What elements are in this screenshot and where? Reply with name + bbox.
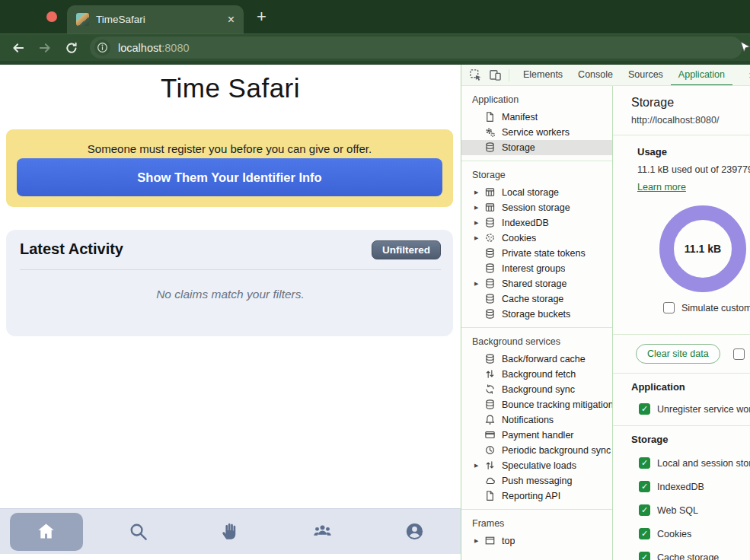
activity-divider: [20, 269, 441, 270]
sidebar-item-label: Payment handler: [502, 430, 574, 441]
new-tab-button[interactable]: +: [257, 7, 266, 27]
sidebar-item-service-workers[interactable]: Service workers: [461, 125, 612, 140]
url-text: localhost:8080: [118, 42, 190, 54]
simulate-quota-checkbox[interactable]: [663, 302, 675, 313]
learn-more-link[interactable]: Learn more: [637, 182, 686, 192]
close-window-button[interactable]: [46, 11, 57, 22]
expander-icon[interactable]: ▶: [474, 205, 484, 211]
show-identifier-button[interactable]: Show Them Your Identifier Info: [17, 158, 442, 196]
sidebar-item-shared-storage[interactable]: ▶Shared storage: [461, 276, 612, 291]
nav-people-button[interactable]: [312, 521, 333, 542]
expander-icon[interactable]: ▶: [474, 463, 484, 469]
clear-site-data-button[interactable]: Clear site data: [636, 344, 720, 364]
tab-close-icon[interactable]: ×: [228, 14, 235, 26]
back-icon[interactable]: [11, 40, 26, 56]
tab-favicon: [76, 13, 89, 26]
sidebar-item-notifications[interactable]: Notifications: [461, 412, 612, 428]
alert-message: Someone must register you before you can…: [6, 142, 453, 155]
sidebar-item-storage[interactable]: Storage: [461, 140, 612, 155]
page-content: Time Safari Someone must register you be…: [0, 65, 461, 560]
sidebar-item-label: Push messaging: [502, 476, 572, 486]
application-checkbox-unregister-service-wor[interactable]: [639, 403, 650, 415]
sidebar-item-background-fetch[interactable]: Background fetch: [461, 367, 612, 382]
devtools-tabbar: ElementsConsoleSourcesApplication »: [461, 65, 750, 86]
nav-hand-button[interactable]: [220, 521, 241, 542]
sidebar-item-interest-groups[interactable]: Interest groups: [461, 261, 612, 276]
sidebar-item-cache-storage[interactable]: Cache storage: [461, 291, 612, 307]
sidebar-section-storage: Storage▶Local storage▶Session storage▶In…: [461, 161, 612, 328]
sidebar-item-back-forward-cache[interactable]: Back/forward cache: [461, 352, 612, 367]
storage-checkbox-local-and-session-stor[interactable]: [639, 457, 650, 469]
expander-icon[interactable]: ▶: [474, 281, 484, 287]
profile-icon: [404, 521, 425, 542]
sidebar-item-private-state-tokens[interactable]: Private state tokens: [461, 246, 612, 261]
sidebar-item-push-messaging[interactable]: Push messaging: [461, 473, 612, 488]
sidebar-section-title: Background services: [461, 331, 612, 352]
site-info-icon[interactable]: [94, 40, 110, 56]
include-third-party-row: in: [733, 348, 750, 360]
storage-row-cookies: Cookies: [639, 528, 750, 539]
storage-checkbox-cookies[interactable]: [639, 528, 650, 539]
reload-icon[interactable]: [64, 40, 79, 56]
sidebar-item-top[interactable]: ▶top: [461, 533, 612, 549]
storage-row-web-sql: Web SQL: [639, 504, 750, 516]
nav-profile-button[interactable]: [404, 521, 425, 542]
forward-icon[interactable]: [37, 40, 53, 56]
storage-row-indexeddb: IndexedDB: [639, 481, 750, 492]
inspect-element-icon[interactable]: [469, 68, 483, 82]
expander-icon[interactable]: ▶: [474, 538, 484, 544]
browser-toolbar: localhost:8080: [0, 33, 750, 61]
devtools-tab-application[interactable]: Application: [671, 65, 732, 86]
sidebar-item-label: Bounce tracking mitigation: [502, 399, 612, 410]
sync-icon: [484, 383, 496, 396]
people-icon: [312, 521, 333, 542]
panel-title: Storage: [631, 96, 750, 110]
storage-checkbox-web-sql[interactable]: [639, 504, 650, 516]
sidebar-item-storage-buckets[interactable]: Storage buckets: [461, 307, 612, 322]
checkbox-label: Local and session stor: [657, 458, 750, 469]
devtools-tabs: ElementsConsoleSourcesApplication: [515, 65, 732, 86]
db-icon: [484, 217, 496, 229]
sidebar-item-bounce-tracking-mitigation[interactable]: Bounce tracking mitigation: [461, 397, 612, 412]
sidebar-section-application: ApplicationManifestService workersStorag…: [461, 86, 612, 161]
sidebar-item-cookies[interactable]: ▶Cookies: [461, 231, 612, 246]
address-bar[interactable]: localhost:8080: [90, 37, 742, 59]
sidebar-item-speculative-loads[interactable]: ▶Speculative loads: [461, 458, 612, 473]
registration-alert: Someone must register you before you can…: [6, 129, 453, 207]
device-toolbar-icon[interactable]: [489, 68, 503, 82]
devtools-tab-console[interactable]: Console: [570, 65, 621, 86]
devtools-tab-sources[interactable]: Sources: [621, 65, 671, 86]
sidebar-item-reporting-api[interactable]: Reporting API: [461, 488, 612, 504]
sidebar-section-title: Application: [461, 89, 612, 110]
expander-icon[interactable]: ▶: [474, 220, 484, 226]
sidebar-item-periodic-background-sync[interactable]: Periodic background sync: [461, 443, 612, 458]
checkbox-label: Cookies: [657, 529, 691, 539]
db-icon: [484, 293, 496, 305]
sidebar-item-manifest[interactable]: Manifest: [461, 110, 612, 125]
sidebar-item-indexeddb[interactable]: ▶IndexedDB: [461, 215, 612, 231]
sidebar-item-label: Cookies: [502, 233, 536, 243]
sidebar-item-background-sync[interactable]: Background sync: [461, 382, 612, 397]
nav-slot: [276, 509, 369, 554]
application-section-heading: Application: [631, 381, 750, 393]
sidebar-item-local-storage[interactable]: ▶Local storage: [461, 185, 612, 200]
application-row-unregister-service-wor: Unregister service wor: [639, 403, 750, 415]
sidebar-item-label: Speculative loads: [502, 460, 576, 471]
table-icon: [484, 202, 496, 214]
nav-home-button[interactable]: [10, 513, 83, 551]
checkbox-label: IndexedDB: [657, 482, 704, 492]
expander-icon[interactable]: ▶: [474, 189, 484, 196]
expander-icon[interactable]: ▶: [474, 235, 484, 241]
sidebar-item-payment-handler[interactable]: Payment handler: [461, 428, 612, 443]
include-third-party-checkbox[interactable]: [733, 348, 745, 360]
browser-window: TimeSafari × + localhost:8080 Time Safar…: [0, 0, 750, 560]
storage-checkbox-indexeddb[interactable]: [639, 481, 650, 492]
sidebar-item-session-storage[interactable]: ▶Session storage: [461, 200, 612, 215]
nav-slot: [184, 509, 276, 554]
updown-icon: [484, 460, 496, 472]
devtools-tab-elements[interactable]: Elements: [515, 65, 570, 86]
nav-search-button[interactable]: [128, 521, 148, 542]
unfiltered-button[interactable]: Unfiltered: [372, 240, 441, 259]
storage-checkbox-cache-storage[interactable]: [639, 552, 650, 560]
browser-tab[interactable]: TimeSafari ×: [67, 5, 244, 33]
